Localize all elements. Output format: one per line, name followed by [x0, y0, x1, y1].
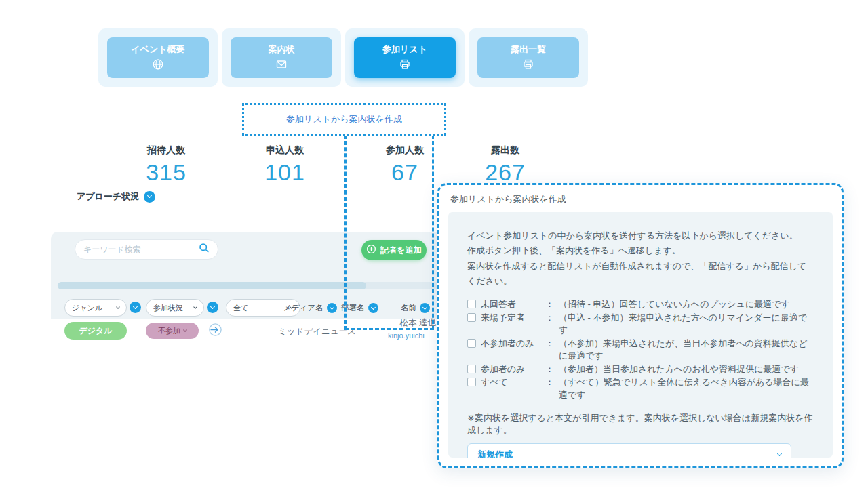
participation-status-label: 不参加 — [158, 326, 180, 336]
create-invitation-modal: 参加リストから案内状を作成 イベント参加リストの中から案内状を送付する方法を以下… — [437, 183, 844, 468]
tab-card-event-overview: イベント概要 — [98, 28, 218, 87]
globe-icon — [152, 58, 164, 73]
option-desc: （すべて）緊急でリスト全体に伝えるべき内容がある場合に最適です — [559, 376, 814, 401]
recipient-option-list: 未回答者 ： （招待 - 申込）回答していない方へのプッシュに最適です 来場予定… — [467, 298, 814, 401]
stat-value: 67 — [354, 159, 456, 186]
column-header-name: 名前 — [401, 303, 430, 313]
stat-value: 267 — [454, 159, 556, 186]
modal-title: 参加リストから案内状を作成 — [439, 185, 842, 212]
option-desc: （参加者）当日参加された方へのお礼や資料提供に最適です — [559, 363, 799, 375]
column-header-department: 部署名 — [341, 303, 378, 313]
modal-instructions: イベント参加リストの中から案内状を送付する方法を以下から選択してください。 作成… — [467, 228, 814, 289]
horizontal-scrollbar-thumb[interactable] — [58, 282, 366, 289]
stat-label: 申込人数 — [234, 144, 336, 157]
option-unanswered: 未回答者 ： （招待 - 申込）回答していない方へのプッシュに最適です — [467, 298, 814, 310]
stat-label: 参加人数 — [354, 144, 456, 157]
approach-status-label: アプローチ状況 — [77, 190, 139, 203]
genre-filter-label: ジャンル — [72, 303, 102, 313]
keyword-search-box — [75, 239, 218, 260]
media-name-cell: ミッドデイニュース — [278, 326, 356, 338]
option-colon: ： — [545, 298, 554, 310]
option-label: すべて — [481, 376, 540, 388]
tab-invitation[interactable]: 案内状 — [231, 37, 332, 78]
status-filter-label: 参加状況 — [153, 303, 183, 313]
checkbox-all[interactable] — [467, 378, 476, 386]
tab-card-participation-list: 参加リスト — [345, 28, 465, 87]
option-desc: （申込 - 不参加）来場申込された方へのリマインダーに最適です — [559, 312, 814, 337]
option-colon: ： — [545, 376, 554, 388]
status-sort-chevron-icon[interactable] — [207, 302, 218, 313]
option-label: 参加者のみ — [481, 363, 540, 375]
instruction-line: 作成ボタン押下後、「案内状を作る」へ遷移します。 — [467, 243, 814, 258]
genre-filter-select[interactable]: ジャンル — [64, 299, 127, 317]
department-sort-chevron-icon[interactable] — [368, 303, 378, 313]
tab-label: 露出一覧 — [511, 43, 546, 56]
stat-label: 招待人数 — [115, 144, 217, 157]
column-header-media: メディア名 — [283, 303, 337, 313]
invitation-template-select[interactable]: 新規作成 — [467, 443, 791, 458]
add-reporter-button[interactable]: 記者を追加 — [361, 240, 427, 260]
instruction-line: 案内状を作成すると配信リストが自動作成されますので、「配信する」から配信してくだ… — [467, 259, 814, 289]
chevron-down-icon[interactable] — [144, 191, 155, 203]
tab-label: 案内状 — [269, 43, 295, 56]
checkbox-unanswered[interactable] — [467, 300, 476, 308]
tab-bar: イベント概要 案内状 参加リスト — [98, 28, 588, 87]
tab-label: イベント概要 — [131, 43, 184, 56]
enter-arrow-icon[interactable] — [208, 323, 222, 340]
checkbox-non-participants[interactable] — [467, 339, 476, 348]
option-participants-only: 参加者のみ ： （参加者）当日参加された方へのお礼や資料提供に最適です — [467, 363, 814, 375]
column-header-label: 名前 — [401, 303, 416, 313]
genre-sort-chevron-icon[interactable] — [130, 302, 141, 313]
stat-exposures: 露出数 267 — [454, 144, 556, 186]
tab-card-invitation: 案内状 — [222, 28, 341, 87]
approach-status-toggle[interactable]: アプローチ状況 — [77, 190, 155, 203]
stat-value: 315 — [115, 159, 217, 186]
modal-note: ※案内状を選択すると本文が引用できます。案内状を選択しない場合は新規案内状を作成… — [467, 412, 814, 436]
option-label: 来場予定者 — [481, 312, 540, 324]
media-sort-chevron-icon[interactable] — [327, 303, 337, 313]
add-reporter-label: 記者を追加 — [380, 245, 421, 256]
checkbox-participants-only[interactable] — [467, 365, 476, 373]
stat-invited: 招待人数 315 — [115, 144, 217, 186]
selected-template-value: 新規作成 — [477, 449, 513, 458]
status-filter-select[interactable]: 参加状況 — [146, 299, 204, 317]
chevron-down-icon — [777, 451, 782, 456]
printer-icon — [399, 58, 411, 73]
checkbox-planned-visitors[interactable] — [467, 313, 476, 322]
participation-status-dropdown[interactable]: 不参加 — [146, 323, 199, 339]
column-header-label: メディア名 — [283, 303, 323, 313]
instruction-line: イベント参加リストの中から案内状を送付する方法を以下から選択してください。 — [467, 228, 814, 243]
option-desc: （不参加）来場申込されたが、当日不参加者への資料提供などに最適です — [559, 338, 814, 363]
tab-card-exposure-list: 露出一覧 — [469, 28, 588, 87]
option-planned-visitors: 来場予定者 ： （申込 - 不参加）来場申込された方へのリマインダーに最適です — [467, 312, 814, 337]
envelope-icon — [275, 58, 288, 73]
tab-event-overview[interactable]: イベント概要 — [107, 37, 209, 78]
genre-badge: デジタル — [64, 322, 127, 340]
option-all: すべて ： （すべて）緊急でリスト全体に伝えるべき内容がある場合に最適です — [467, 376, 814, 401]
stat-value: 101 — [234, 159, 336, 186]
search-icon[interactable] — [199, 243, 210, 256]
option-colon: ： — [545, 312, 554, 324]
stat-label: 露出数 — [454, 144, 556, 157]
modal-content-panel: イベント参加リストの中から案内状を送付する方法を以下から選択してください。 作成… — [448, 212, 833, 458]
option-desc: （招待 - 申込）回答していない方へのプッシュに最適です — [559, 298, 790, 310]
option-non-participants: 不参加者のみ ： （不参加）来場申込されたが、当日不参加者への資料提供などに最適… — [467, 338, 814, 363]
name-sort-chevron-icon[interactable] — [420, 303, 430, 313]
printer-icon — [522, 58, 534, 73]
column-header-label: 部署名 — [341, 303, 365, 313]
option-colon: ： — [545, 363, 554, 375]
highlighted-create-invitation-link-box: 参加リストから案内状を作成 — [242, 103, 446, 136]
person-name-cell: 松本 達也 — [370, 317, 436, 329]
create-invitation-from-list-link[interactable]: 参加リストから案内状を作成 — [286, 113, 402, 125]
option-label: 未回答者 — [481, 298, 540, 310]
tab-label: 参加リスト — [382, 43, 427, 56]
tab-exposure-list[interactable]: 露出一覧 — [477, 37, 579, 78]
stat-participants: 参加人数 67 — [354, 144, 456, 186]
all-filter-label: 全て — [233, 303, 248, 313]
stat-applied: 申込人数 101 — [234, 144, 336, 186]
option-colon: ： — [545, 338, 554, 350]
tab-participation-list[interactable]: 参加リスト — [354, 37, 456, 78]
person-email-cell: kinjo.yuichi — [388, 331, 425, 340]
plus-circle-icon — [366, 244, 376, 256]
search-input[interactable] — [83, 245, 193, 254]
